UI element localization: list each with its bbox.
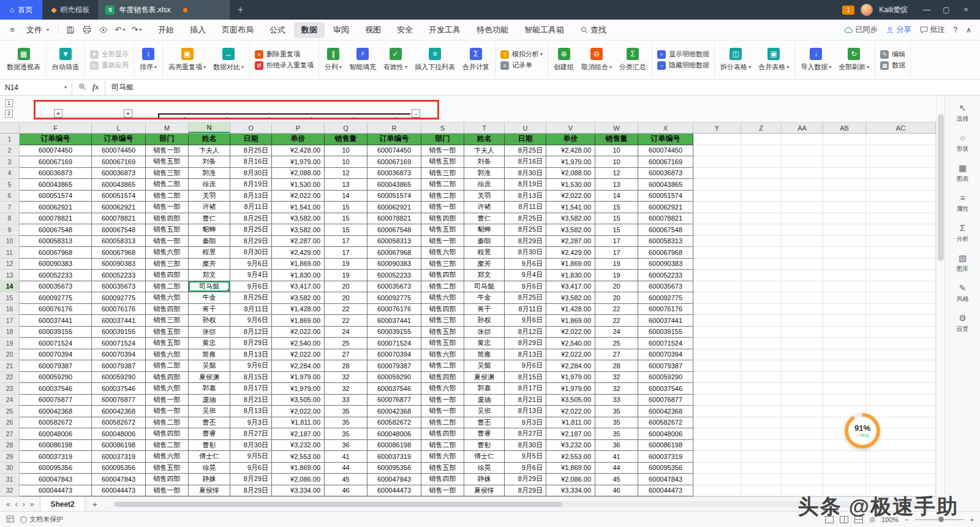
cell-W15[interactable]: 20 [595, 292, 638, 304]
cell-N3[interactable]: 刘备 [189, 156, 230, 168]
cell-AB8[interactable] [823, 213, 866, 225]
cell-T12[interactable]: 糜芳 [464, 259, 505, 270]
add-sheet-button[interactable]: + [85, 499, 105, 509]
cell-T30[interactable]: 徐晃 [464, 463, 505, 474]
cell-W4[interactable]: 12 [595, 168, 638, 180]
cell-N13[interactable]: 郑文 [189, 270, 230, 281]
cell-AB12[interactable] [823, 259, 866, 270]
cell-W20[interactable]: 27 [595, 349, 638, 361]
file-menu[interactable]: 文件▾ [21, 25, 54, 36]
ribbon-merge-calc-button[interactable]: Σ合并计算 [459, 47, 493, 73]
cell-S22[interactable]: 销售四部 [421, 372, 464, 384]
sync-status[interactable]: 已同步 [844, 25, 878, 35]
cell-S26[interactable]: 销售二部 [421, 417, 464, 429]
cell-AB10[interactable] [823, 236, 866, 248]
cell-T32[interactable]: 夏侯惇 [464, 485, 505, 497]
row-header-17[interactable]: 17 [0, 315, 20, 327]
row-header-18[interactable]: 18 [0, 327, 20, 338]
cell-M3[interactable]: 销售五部 [146, 156, 189, 168]
cell-AA2[interactable] [782, 145, 823, 157]
cell-T1[interactable]: 姓名 [464, 134, 505, 145]
cell-V16[interactable]: ¥1,428.00 [546, 304, 595, 316]
cell-AB7[interactable] [823, 202, 866, 213]
cell-AC16[interactable] [866, 304, 936, 316]
zoom-in-icon[interactable]: + [970, 516, 974, 523]
cell-V25[interactable]: ¥2,022.00 [546, 406, 595, 417]
cell-L21[interactable]: 600079387 [92, 360, 146, 372]
cell-R13[interactable]: 600052233 [368, 270, 421, 281]
cell-X27[interactable]: 600048006 [638, 428, 693, 440]
cell-R20[interactable]: 600070394 [368, 349, 421, 361]
cell-AA1[interactable] [782, 134, 823, 145]
cell-V8[interactable]: ¥3,582.00 [546, 213, 595, 225]
cell-AC22[interactable] [866, 372, 936, 384]
cell-M18[interactable]: 销售五部 [146, 327, 189, 338]
column-header-W[interactable]: W [595, 123, 638, 133]
cell-M21[interactable]: 销售二部 [146, 360, 189, 372]
ribbon-smart-fill-button[interactable]: ⚡智能填充 [345, 47, 380, 73]
cell-AA17[interactable] [782, 315, 823, 327]
cell-R5[interactable]: 600043865 [368, 179, 421, 191]
cell-Q24[interactable]: 33 [325, 395, 368, 406]
cell-M22[interactable]: 销售四部 [146, 372, 189, 384]
cell-O10[interactable]: 8月29日 [230, 236, 272, 248]
cell-Q9[interactable]: 15 [325, 224, 368, 236]
cell-O8[interactable]: 8月25日 [230, 213, 272, 225]
cell-U6[interactable]: 8月13日 [505, 191, 546, 202]
formula-content[interactable]: 司马懿 [105, 82, 140, 93]
menu-tab-智能工具箱[interactable]: 智能工具箱 [517, 22, 571, 38]
cell-V27[interactable]: ¥2,187.00 [546, 428, 595, 440]
row-header-32[interactable]: 32 [0, 485, 20, 497]
cell-T27[interactable]: 曹睿 [464, 428, 505, 440]
cell-Y30[interactable] [693, 463, 741, 474]
cell-Y5[interactable] [693, 179, 741, 191]
cell-AC21[interactable] [866, 360, 936, 372]
ribbon-record-button[interactable]: ≡记录单 [497, 61, 535, 70]
cell-R18[interactable]: 600039155 [368, 327, 421, 338]
cell-O22[interactable]: 8月15日 [230, 372, 272, 384]
cell-R15[interactable]: 600092775 [368, 292, 421, 304]
cell-F5[interactable]: 600043865 [20, 179, 92, 191]
cell-P5[interactable]: ¥1,530.00 [272, 179, 325, 191]
row-header-13[interactable]: 13 [0, 270, 20, 281]
cell-F19[interactable]: 600071524 [20, 338, 92, 349]
cell-O32[interactable]: 8月29日 [230, 485, 272, 497]
cell-Q32[interactable]: 46 [325, 485, 368, 497]
cell-Y32[interactable] [693, 485, 741, 497]
cell-L10[interactable]: 600058313 [92, 236, 146, 248]
cell-O19[interactable]: 8月29日 [230, 338, 272, 349]
cell-S32[interactable]: 销售一部 [421, 485, 464, 497]
cell-F13[interactable]: 600052233 [20, 270, 92, 281]
cell-Q25[interactable]: 35 [325, 406, 368, 417]
share-button[interactable]: 分享 [886, 25, 911, 35]
cell-N11[interactable]: 程昱 [189, 247, 230, 259]
cell-Y13[interactable] [693, 270, 741, 281]
cell-Z20[interactable] [741, 349, 782, 361]
cell-F18[interactable]: 600039155 [20, 327, 92, 338]
cell-T10[interactable]: 秦朗 [464, 236, 505, 248]
cell-U18[interactable]: 8月12日 [505, 327, 546, 338]
cell-R6[interactable]: 600051574 [368, 191, 421, 202]
print-icon[interactable] [80, 23, 94, 37]
cell-U8[interactable]: 8月25日 [505, 213, 546, 225]
cell-W5[interactable]: 13 [595, 179, 638, 191]
cell-F2[interactable]: 600074450 [20, 145, 92, 157]
ribbon-refresh-button[interactable]: ↻全部刷新▾ [835, 47, 873, 73]
sidebar-item-图表[interactable]: ▦图表 [957, 163, 969, 183]
maximize-icon[interactable]: ▢ [937, 3, 956, 17]
cell-P4[interactable]: ¥2,088.00 [272, 168, 325, 180]
cell-AB17[interactable] [823, 315, 866, 327]
cell-L20[interactable]: 600070394 [92, 349, 146, 361]
cell-Z9[interactable] [741, 224, 782, 236]
cell-AB18[interactable] [823, 327, 866, 338]
cell-U26[interactable]: 9月3日 [505, 417, 546, 429]
cell-T4[interactable]: 郭淮 [464, 168, 505, 180]
cell-AA21[interactable] [782, 360, 823, 372]
cell-V20[interactable]: ¥2,022.00 [546, 349, 595, 361]
preview-icon[interactable] [96, 23, 111, 37]
cell-M8[interactable]: 销售四部 [146, 213, 189, 225]
cell-N8[interactable]: 曹仁 [189, 213, 230, 225]
cell-O20[interactable]: 8月13日 [230, 349, 272, 361]
cell-AC14[interactable] [866, 281, 936, 293]
cell-X26[interactable]: 600582672 [638, 417, 693, 429]
